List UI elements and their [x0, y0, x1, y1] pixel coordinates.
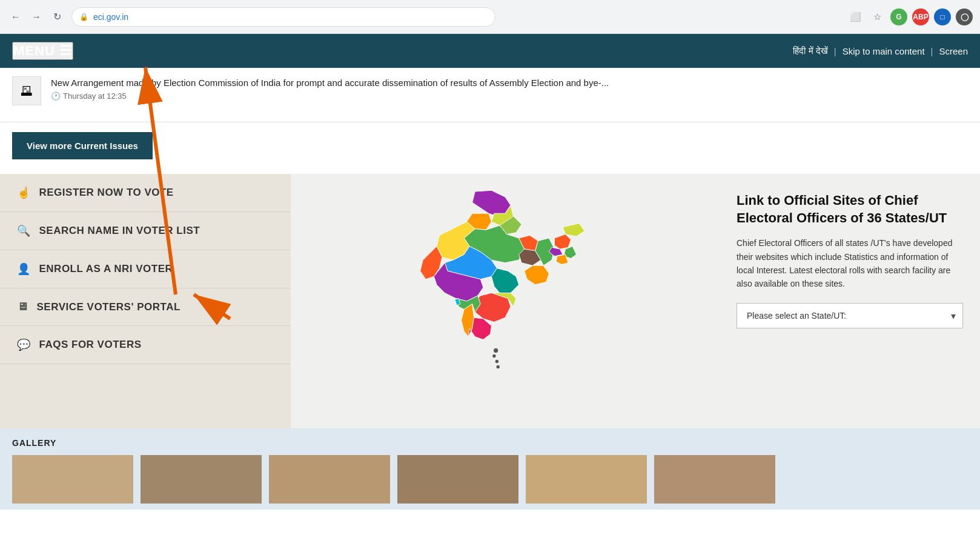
header-right: हिंदी में देखें | Skip to main content |… — [793, 45, 968, 56]
bookmark-icon[interactable]: ☆ — [869, 8, 886, 25]
gallery-title: GALLERY — [12, 438, 968, 448]
site-header: MENU ☰ हिंदी में देखें | Skip to main co… — [0, 34, 980, 68]
sidebar-item-search[interactable]: 🔍 SEARCH NAME IN VOTER LIST — [0, 212, 291, 250]
sidebar-item-register[interactable]: ☝ REGISTER NOW TO VOTE — [0, 174, 291, 212]
gallery-item-3[interactable] — [269, 455, 390, 504]
svg-point-1 — [492, 354, 495, 357]
info-title: Link to Official Sites of Chief Electora… — [737, 192, 963, 227]
info-text: Chief Electoral Officers of all states /… — [737, 236, 963, 291]
profile-btn[interactable]: ◯ — [956, 8, 973, 25]
search-icon: 🔍 — [17, 224, 31, 238]
gallery-item-4[interactable] — [397, 455, 518, 504]
chat-icon: 💬 — [17, 338, 31, 351]
svg-point-2 — [495, 360, 498, 363]
lock-icon: 🔒 — [79, 13, 88, 21]
url-text: eci.gov.in — [93, 12, 128, 22]
back-button[interactable]: ← — [7, 8, 24, 25]
main-content: ☝ REGISTER NOW TO VOTE 🔍 SEARCH NAME IN … — [0, 174, 980, 428]
sidebar-label-service: SERVICE VOTERS' PORTAL — [37, 301, 180, 313]
map-info-area: Link to Official Sites of Chief Electora… — [291, 174, 980, 428]
forward-button[interactable]: → — [28, 8, 45, 25]
browser-actions: ⬜ ☆ G ABP □ ◯ — [847, 8, 973, 25]
divider1: | — [834, 46, 836, 56]
india-map-svg — [408, 186, 602, 416]
menu-button[interactable]: MENU ☰ — [12, 42, 73, 60]
state-select-wrapper: Please select an State/UT:Andhra Pradesh… — [737, 303, 963, 328]
map-info-inner: Link to Official Sites of Chief Electora… — [291, 174, 980, 428]
sidebar-label-faqs: FAQS FOR VOTERS — [39, 339, 142, 351]
cast-icon[interactable]: ⬜ — [847, 8, 864, 25]
state-select[interactable]: Please select an State/UT:Andhra Pradesh… — [737, 303, 963, 328]
svg-point-0 — [494, 348, 498, 353]
gallery-item-6[interactable] — [654, 455, 775, 504]
news-banner: 🗳 New Arrangement made by Election Commi… — [0, 68, 980, 122]
sidebar-item-faqs[interactable]: 💬 FAQS FOR VOTERS — [0, 326, 291, 364]
hand-icon: ☝ — [17, 186, 31, 199]
clock-icon: 🕐 — [51, 91, 61, 101]
browser-chrome: ← → ↻ 🔒 eci.gov.in ⬜ ☆ G ABP □ ◯ — [0, 0, 980, 34]
news-time: 🕐 Thursday at 12:35 — [51, 91, 968, 101]
sidebar-label-nri: ENROLL AS A NRI VOTER — [39, 263, 173, 275]
skip-to-main-link[interactable]: Skip to main content — [843, 46, 925, 56]
gallery-item-2[interactable] — [141, 455, 262, 504]
map-container — [291, 174, 720, 428]
screen-link[interactable]: Screen — [939, 46, 968, 56]
hindi-link[interactable]: हिंदी में देखें — [793, 45, 827, 56]
sidebar-item-nri[interactable]: 👤 ENROLL AS A NRI VOTER — [0, 250, 291, 288]
sidebar-label-register: REGISTER NOW TO VOTE — [39, 187, 174, 199]
grammarly-ext[interactable]: G — [890, 8, 907, 25]
ext3[interactable]: □ — [934, 8, 951, 25]
sidebar-item-service[interactable]: 🖥 SERVICE VOTERS' PORTAL — [0, 288, 291, 326]
gallery-item-1[interactable] — [12, 455, 133, 504]
person-icon: 👤 — [17, 262, 31, 276]
news-title: New Arrangement made by Election Commiss… — [51, 76, 968, 89]
news-content: New Arrangement made by Election Commiss… — [51, 76, 968, 101]
news-icon: 🗳 — [12, 76, 41, 105]
gallery-section: GALLERY — [0, 428, 980, 510]
view-more-button[interactable]: View more Current Issues — [12, 132, 153, 159]
abp-ext[interactable]: ABP — [912, 8, 929, 25]
monitor-icon: 🖥 — [17, 301, 28, 313]
address-bar[interactable]: 🔒 eci.gov.in — [71, 7, 495, 27]
gallery-item-5[interactable] — [526, 455, 647, 504]
sidebar-label-search: SEARCH NAME IN VOTER LIST — [39, 225, 200, 237]
gallery-row — [12, 455, 968, 504]
view-more-section: View more Current Issues — [0, 122, 980, 174]
reload-button[interactable]: ↻ — [48, 8, 65, 25]
browser-nav-buttons: ← → ↻ — [7, 8, 65, 25]
info-panel: Link to Official Sites of Chief Electora… — [720, 174, 980, 428]
divider2: | — [931, 46, 933, 56]
svg-point-3 — [497, 365, 500, 368]
news-timestamp: Thursday at 12:35 — [63, 91, 127, 101]
sidebar: ☝ REGISTER NOW TO VOTE 🔍 SEARCH NAME IN … — [0, 174, 291, 428]
ballot-icon: 🗳 — [21, 84, 33, 98]
